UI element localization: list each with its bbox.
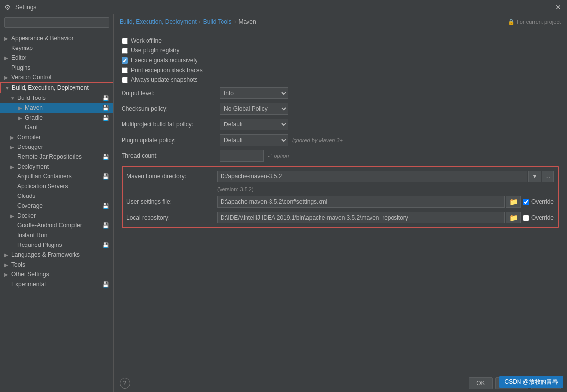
sidebar-item-tools[interactable]: ▶ Tools bbox=[0, 260, 113, 270]
sidebar-item-plugins[interactable]: Plugins bbox=[0, 63, 113, 73]
sidebar-item-label: Other Settings bbox=[11, 271, 49, 278]
local-repo-override-label[interactable]: Override bbox=[531, 214, 554, 221]
chevron-right-icon: ▶ bbox=[10, 213, 16, 219]
sidebar-item-experimental[interactable]: Experimental 💾 bbox=[0, 279, 113, 289]
sidebar-item-build-tools[interactable]: ▼ Build Tools 💾 bbox=[0, 93, 113, 103]
local-repo-override: Override bbox=[523, 214, 554, 221]
multiproject-policy-label: Multiproject build fail policy: bbox=[122, 121, 220, 128]
execute-goals-checkbox[interactable] bbox=[122, 57, 128, 64]
lock-icon: 🔒 bbox=[508, 19, 515, 25]
sidebar-item-clouds[interactable]: Clouds bbox=[0, 191, 113, 201]
chevron-right-icon: ▶ bbox=[10, 135, 16, 140]
plugin-update-policy-label: Plugin update policy: bbox=[122, 137, 220, 144]
checksum-policy-label: Checksum policy: bbox=[122, 105, 220, 112]
always-update-checkbox[interactable] bbox=[122, 77, 128, 83]
sidebar-item-app-servers[interactable]: Application Servers bbox=[0, 181, 113, 191]
sidebar-item-docker[interactable]: ▶ Docker bbox=[0, 211, 113, 220]
apply-button[interactable]: Apply bbox=[531, 377, 561, 389]
save-icon: 💾 bbox=[102, 105, 109, 111]
checksum-policy-control: No Global Policy Strict Warn Ignore bbox=[220, 103, 559, 115]
local-repo-override-checkbox[interactable] bbox=[523, 215, 529, 221]
sidebar-item-label: Docker bbox=[17, 212, 36, 219]
print-exception-row: Print exception stack traces bbox=[122, 67, 559, 74]
settings-icon: ⚙ bbox=[4, 3, 12, 11]
checksum-policy-select[interactable]: No Global Policy Strict Warn Ignore bbox=[220, 103, 288, 115]
plugin-update-policy-select[interactable]: Default Always Never bbox=[220, 134, 288, 146]
search-box bbox=[0, 14, 113, 31]
ok-button[interactable]: OK bbox=[469, 377, 492, 389]
output-level-label: Output level: bbox=[122, 90, 220, 97]
sidebar-item-version-control[interactable]: ▶ Version Control bbox=[0, 73, 113, 82]
user-settings-row: User settings file: 📁 Override bbox=[126, 196, 554, 208]
multiproject-policy-select[interactable]: Default Fail Fast Fail Never bbox=[220, 119, 288, 130]
sidebar-item-arquillian[interactable]: Arquillian Containers 💾 bbox=[0, 172, 113, 181]
always-update-label[interactable]: Always update snapshots bbox=[131, 76, 197, 83]
save-icon: 💾 bbox=[102, 154, 109, 160]
local-repo-browse-btn[interactable]: 📁 bbox=[506, 212, 521, 223]
sidebar-item-required-plugins[interactable]: Required Plugins 💾 bbox=[0, 240, 113, 250]
execute-goals-label[interactable]: Execute goals recursively bbox=[131, 57, 197, 64]
output-level-select[interactable]: Info Debug Error bbox=[220, 87, 288, 99]
sidebar-item-build-exec-deploy[interactable]: ▼ Build, Execution, Deployment bbox=[0, 82, 113, 93]
thread-count-input[interactable] bbox=[220, 150, 264, 162]
sidebar-item-label: Compiler bbox=[17, 134, 41, 141]
sidebar-item-label: Clouds bbox=[17, 193, 35, 199]
work-offline-label[interactable]: Work offline bbox=[131, 37, 162, 44]
sidebar-item-label: Languages & Frameworks bbox=[11, 251, 80, 258]
sidebar-item-label: Deployment bbox=[17, 163, 49, 170]
save-icon: 💾 bbox=[102, 173, 109, 180]
help-button[interactable]: ? bbox=[120, 378, 130, 389]
sidebar-item-compiler[interactable]: ▶ Compiler bbox=[0, 132, 113, 142]
use-plugin-registry-row: Use plugin registry bbox=[122, 47, 559, 54]
sidebar-item-deployment[interactable]: ▶ Deployment bbox=[0, 162, 113, 172]
maven-home-browse-btn[interactable]: ... bbox=[542, 171, 554, 182]
user-settings-browse-btn[interactable]: 📁 bbox=[506, 196, 521, 208]
window-controls: ✕ bbox=[554, 3, 563, 12]
sidebar-item-label: Build, Execution, Deployment bbox=[12, 84, 89, 91]
print-exception-label[interactable]: Print exception stack traces bbox=[131, 67, 203, 74]
sidebar: ▶ Appearance & Behavior Keymap ▶ Editor … bbox=[0, 14, 114, 392]
chevron-down-icon: ▼ bbox=[10, 96, 16, 101]
plugin-update-policy-row: Plugin update policy: Default Always Nev… bbox=[122, 134, 559, 146]
use-plugin-registry-label[interactable]: Use plugin registry bbox=[131, 47, 179, 54]
sidebar-item-coverage[interactable]: Coverage 💾 bbox=[0, 201, 113, 211]
sidebar-item-other-settings[interactable]: ▶ Other Settings bbox=[0, 270, 113, 279]
chevron-down-icon: ▼ bbox=[5, 85, 11, 91]
sidebar-item-appearance[interactable]: ▶ Appearance & Behavior bbox=[0, 33, 113, 43]
close-button[interactable]: ✕ bbox=[554, 3, 563, 12]
work-offline-row: Work offline bbox=[122, 37, 559, 44]
work-offline-checkbox[interactable] bbox=[122, 38, 128, 44]
sidebar-item-gradle-android[interactable]: Gradle-Android Compiler 💾 bbox=[0, 220, 113, 230]
multiproject-policy-control: Default Fail Fast Fail Never bbox=[220, 119, 559, 130]
breadcrumb-part1[interactable]: Build, Execution, Deployment bbox=[120, 18, 197, 25]
save-icon: 💾 bbox=[102, 281, 109, 288]
sidebar-item-label: Gradle bbox=[25, 114, 43, 121]
breadcrumb-part2[interactable]: Build Tools bbox=[203, 18, 232, 25]
sidebar-item-label: Build Tools bbox=[17, 95, 46, 101]
sidebar-item-editor[interactable]: ▶ Editor bbox=[0, 53, 113, 63]
for-project-indicator: 🔒 For current project bbox=[508, 19, 561, 25]
sidebar-item-gant[interactable]: Gant bbox=[0, 122, 113, 132]
cancel-button[interactable]: Cancel bbox=[495, 377, 528, 389]
sidebar-item-remote-jar[interactable]: Remote Jar Repositories 💾 bbox=[0, 152, 113, 162]
chevron-right-icon: ▶ bbox=[4, 36, 10, 41]
plugin-update-hint: ignored by Maven 3+ bbox=[292, 137, 343, 143]
sidebar-item-instant-run[interactable]: Instant Run bbox=[0, 230, 113, 240]
print-exception-checkbox[interactable] bbox=[122, 67, 128, 74]
sidebar-item-keymap[interactable]: Keymap bbox=[0, 43, 113, 53]
sidebar-item-languages[interactable]: ▶ Languages & Frameworks bbox=[0, 250, 113, 260]
search-input[interactable] bbox=[4, 17, 109, 28]
maven-home-input[interactable] bbox=[217, 171, 527, 182]
local-repo-input[interactable] bbox=[217, 212, 505, 223]
user-settings-override-checkbox[interactable] bbox=[523, 199, 529, 205]
sidebar-item-label: Coverage bbox=[17, 202, 43, 209]
maven-home-dropdown-btn[interactable]: ▼ bbox=[528, 171, 541, 182]
user-settings-input[interactable] bbox=[217, 196, 505, 208]
user-settings-override: Override bbox=[523, 198, 554, 205]
sidebar-item-gradle[interactable]: ▶ Gradle 💾 bbox=[0, 113, 113, 122]
sidebar-item-maven[interactable]: ▶ Maven 💾 bbox=[0, 103, 113, 113]
user-settings-override-label[interactable]: Override bbox=[531, 198, 554, 205]
maven-version-text: (Version: 3.5.2) bbox=[217, 186, 554, 192]
use-plugin-registry-checkbox[interactable] bbox=[122, 48, 128, 54]
sidebar-item-debugger[interactable]: ▶ Debugger bbox=[0, 142, 113, 152]
